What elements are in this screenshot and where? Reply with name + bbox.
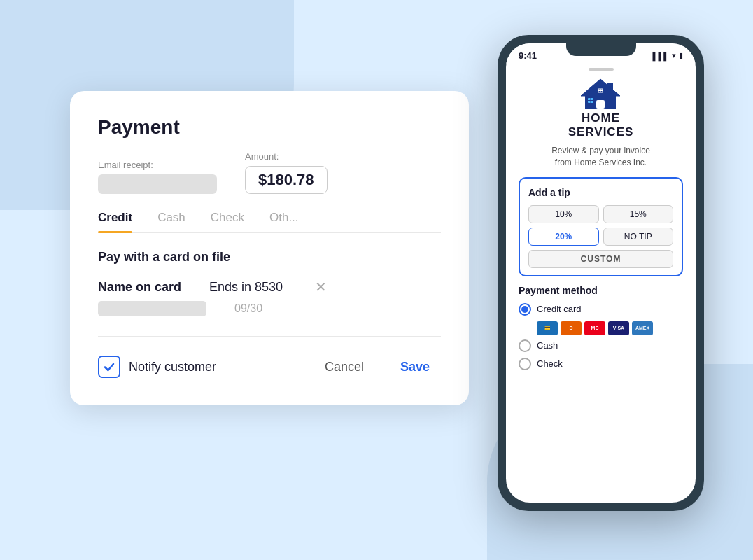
bottom-row: Notify customer Cancel Save [98, 354, 441, 380]
card-number-input[interactable] [98, 301, 206, 316]
save-button[interactable]: Save [389, 354, 441, 380]
card-expiry: 09/30 [234, 302, 262, 315]
payment-fields-row: Email receipt: Amount: $180.78 [98, 151, 441, 194]
svg-rect-3 [596, 100, 605, 108]
card-name: Name on card [98, 280, 181, 295]
home-services-logo-icon [578, 75, 623, 111]
tab-check[interactable]: Check [211, 211, 244, 232]
tab-credit[interactable]: Credit [98, 211, 132, 232]
tab-other[interactable]: Oth... [269, 211, 299, 232]
radio-cash-icon [519, 340, 531, 352]
pay-with-label: Pay with a card on file [98, 250, 441, 265]
tip-10-button[interactable]: 10% [528, 205, 599, 223]
phone-subtitle: Review & pay your invoicefrom Home Servi… [551, 145, 650, 169]
phone-time: 9:41 [519, 50, 537, 61]
amount-label: Amount: [245, 151, 328, 162]
phone-outer: 9:41 ▌▌▌ ▾ ▮ [498, 35, 704, 511]
card-logo-generic: 💳 [537, 321, 558, 335]
card-logo-discover: D [561, 321, 582, 335]
phone-notch [566, 43, 636, 56]
tip-15-button[interactable]: 15% [603, 205, 674, 223]
notify-label: Notify customer [129, 360, 216, 374]
pm-title: Payment method [519, 285, 683, 296]
card-ends: Ends in 8530 [209, 280, 283, 295]
email-receipt-group: Email receipt: [98, 160, 217, 194]
amount-value: $180.78 [245, 166, 328, 194]
phone-inner: 9:41 ▌▌▌ ▾ ▮ [506, 43, 696, 503]
payment-tabs: Credit Cash Check Oth... [98, 211, 441, 233]
phone-content: HOME SERVICES Review & pay your invoicef… [506, 71, 696, 503]
tip-box: Add a tip 10% 15% 20% NO TIP CUSTOM [519, 177, 683, 276]
tab-cash[interactable]: Cash [157, 211, 185, 232]
tip-custom-button[interactable]: CUSTOM [528, 250, 673, 268]
payment-method-section: Payment method Credit card 💳 D MC VISA A… [519, 285, 683, 376]
pm-cash[interactable]: Cash [519, 340, 683, 352]
wifi-icon: ▾ [672, 51, 676, 60]
logo-area: HOME SERVICES [568, 75, 634, 139]
card-logo-amex: AMEX [632, 321, 653, 335]
signal-icon: ▌▌▌ [653, 52, 669, 60]
card-logos: 💳 D MC VISA AMEX [537, 321, 683, 335]
tip-notip-button[interactable]: NO TIP [603, 227, 674, 246]
pm-check-label: Check [537, 358, 563, 369]
radio-check-icon [519, 358, 531, 370]
tip-row-1: 10% 15% [528, 205, 673, 223]
phone-status-icons: ▌▌▌ ▾ ▮ [653, 51, 683, 60]
battery-icon: ▮ [679, 51, 683, 60]
card-info-row: Name on card Ends in 8530 ✕ [98, 279, 441, 295]
svg-rect-1 [607, 83, 613, 93]
tip-20-button[interactable]: 20% [528, 227, 599, 246]
payment-title: Payment [98, 116, 441, 139]
radio-credit-icon [519, 303, 531, 316]
amount-group: Amount: $180.78 [245, 151, 328, 194]
logo-text-services: SERVICES [568, 125, 634, 139]
card-logo-mastercard: MC [584, 321, 605, 335]
email-receipt-label: Email receipt: [98, 160, 217, 170]
tip-title: Add a tip [528, 187, 673, 198]
remove-card-button[interactable]: ✕ [315, 279, 327, 295]
tip-row-2: 20% NO TIP [528, 227, 673, 246]
pm-credit-label: Credit card [537, 304, 582, 314]
phone-wrap: 9:41 ▌▌▌ ▾ ▮ [498, 35, 704, 511]
payment-card: Payment Email receipt: Amount: $180.78 C… [70, 91, 469, 405]
svg-marker-0 [581, 79, 620, 96]
logo-text-home: HOME [582, 111, 620, 125]
cancel-button[interactable]: Cancel [314, 354, 375, 380]
divider [98, 336, 441, 337]
pm-cash-label: Cash [537, 340, 558, 351]
email-receipt-input[interactable] [98, 174, 217, 194]
pm-credit-card[interactable]: Credit card [519, 303, 683, 316]
checkbox-icon [98, 356, 120, 378]
card-logo-visa: VISA [608, 321, 629, 335]
radio-credit-dot [521, 306, 528, 313]
notify-customer-checkbox[interactable]: Notify customer [98, 356, 216, 378]
card-subrow: 09/30 [98, 301, 441, 316]
pm-check[interactable]: Check [519, 358, 683, 370]
